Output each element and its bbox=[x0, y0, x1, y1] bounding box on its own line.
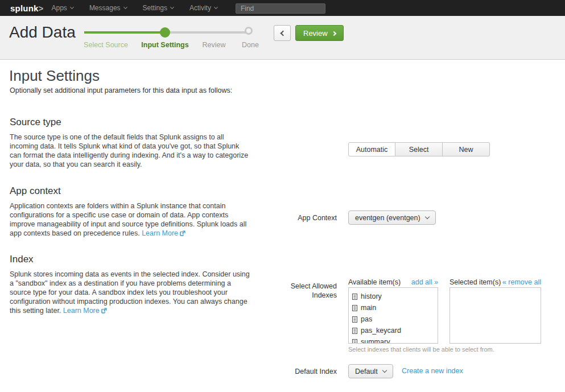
app-context-description: Application contexts are folders within … bbox=[10, 201, 250, 238]
learn-more-link[interactable]: Learn More bbox=[63, 307, 100, 315]
available-items-header: Available item(s) add all » bbox=[348, 278, 438, 286]
nav-apps[interactable]: Apps bbox=[44, 0, 81, 16]
learn-more-link[interactable]: Learn More bbox=[142, 229, 178, 237]
nav-settings[interactable]: Settings bbox=[135, 0, 182, 16]
index-item-icon bbox=[352, 328, 357, 334]
back-button[interactable] bbox=[274, 25, 291, 41]
app-context-heading: App context bbox=[10, 185, 61, 197]
input-settings-subtitle: Optionally set additional input paramete… bbox=[10, 86, 232, 94]
top-navbar: splunk> Apps Messages Settings Activity bbox=[0, 0, 565, 16]
source-type-automatic-button[interactable]: Automatic bbox=[348, 142, 395, 156]
progress-line-remaining bbox=[165, 31, 250, 34]
source-type-new-button[interactable]: New bbox=[443, 142, 490, 156]
chevron-left-icon bbox=[281, 30, 286, 36]
list-item-label: summary bbox=[361, 338, 390, 344]
step-label-select-source: Select Source bbox=[84, 41, 128, 49]
create-new-index-link[interactable]: Create a new index bbox=[402, 364, 463, 378]
app-context-label: App Context bbox=[274, 213, 337, 222]
selected-items-header: Selected item(s) « remove all bbox=[449, 278, 541, 286]
splunk-logo[interactable]: splunk> bbox=[10, 3, 44, 13]
app-context-dropdown[interactable]: eventgen (eventgen) bbox=[348, 211, 436, 225]
chevron-down-icon bbox=[70, 5, 74, 9]
review-button[interactable]: Review bbox=[295, 25, 344, 41]
input-settings-title: Input Settings bbox=[9, 67, 100, 85]
index-item-icon bbox=[352, 305, 357, 311]
list-item[interactable]: summary bbox=[352, 336, 434, 344]
default-index-dropdown[interactable]: Default bbox=[348, 364, 393, 378]
external-link-icon bbox=[101, 307, 107, 316]
list-item-label: pas_keycard bbox=[361, 327, 401, 335]
allowed-indexes-hint: Select indexes that clients will be able… bbox=[348, 346, 494, 353]
logo-caret: > bbox=[39, 3, 44, 13]
list-item-label: history bbox=[361, 292, 382, 300]
find-search bbox=[236, 3, 325, 14]
nav-messages[interactable]: Messages bbox=[81, 0, 135, 16]
list-item[interactable]: pas bbox=[352, 313, 434, 325]
selected-items-list[interactable] bbox=[449, 287, 541, 344]
step-label-input-settings: Input Settings bbox=[141, 41, 188, 49]
index-item-icon bbox=[352, 294, 357, 300]
list-item[interactable]: main bbox=[352, 302, 434, 313]
progress-bar: Select Source Input Settings Review Done bbox=[84, 16, 255, 60]
default-index-label: Default Index bbox=[274, 367, 337, 376]
list-item-label: main bbox=[361, 304, 376, 312]
find-input[interactable] bbox=[236, 3, 325, 14]
page-header: Add Data Select Source Input Settings Re… bbox=[0, 16, 565, 60]
chevron-down-icon bbox=[214, 5, 218, 9]
remove-all-link[interactable]: « remove all bbox=[502, 278, 541, 286]
select-allowed-indexes-label: Select Allowed Indexes bbox=[274, 282, 337, 300]
add-all-link[interactable]: add all » bbox=[411, 278, 438, 286]
main-content: Input Settings Optionally set additional… bbox=[0, 60, 565, 392]
index-item-icon bbox=[352, 316, 357, 323]
list-item[interactable]: pas_keycard bbox=[352, 325, 434, 336]
source-type-button-group: Automatic Select New bbox=[348, 142, 490, 156]
index-description: Splunk stores incoming data as events in… bbox=[10, 270, 250, 316]
index-item-icon bbox=[352, 339, 357, 344]
source-type-heading: Source type bbox=[10, 117, 61, 128]
app-root: splunk> Apps Messages Settings Activity … bbox=[0, 0, 565, 392]
list-item-label: pas bbox=[361, 315, 372, 323]
page-title: Add Data bbox=[9, 23, 76, 42]
external-link-icon bbox=[180, 229, 185, 238]
source-type-select-button[interactable]: Select bbox=[395, 142, 443, 156]
list-item[interactable]: history bbox=[352, 291, 434, 302]
progress-line-complete bbox=[84, 31, 165, 34]
step-label-done: Done bbox=[242, 41, 259, 49]
chevron-down-icon bbox=[424, 214, 429, 219]
chevron-down-icon bbox=[170, 5, 174, 9]
chevron-down-icon bbox=[382, 368, 386, 373]
step-label-review: Review bbox=[203, 41, 226, 49]
nav-activity[interactable]: Activity bbox=[182, 0, 225, 16]
chevron-down-icon bbox=[123, 5, 127, 9]
progress-current-dot bbox=[160, 27, 170, 38]
source-type-description: The source type is one of the default fi… bbox=[10, 133, 250, 169]
logo-text: splunk bbox=[10, 3, 39, 13]
progress-done-circle bbox=[245, 27, 253, 35]
chevron-right-icon bbox=[331, 31, 336, 35]
available-items-list[interactable]: history main pas pas_keycard bbox=[348, 287, 438, 344]
index-heading: Index bbox=[10, 254, 34, 265]
